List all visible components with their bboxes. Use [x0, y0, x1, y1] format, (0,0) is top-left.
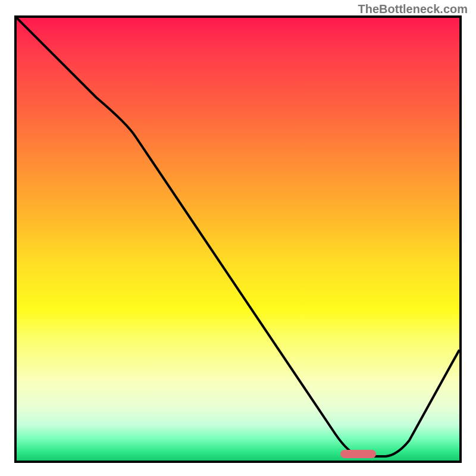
chart-container: TheBottleneck.com — [0, 0, 476, 476]
plot-frame — [14, 15, 462, 463]
curve-svg — [17, 18, 459, 461]
watermark-text: TheBottleneck.com — [358, 2, 468, 16]
bottleneck-curve — [17, 18, 459, 456]
optimal-marker — [340, 450, 376, 458]
